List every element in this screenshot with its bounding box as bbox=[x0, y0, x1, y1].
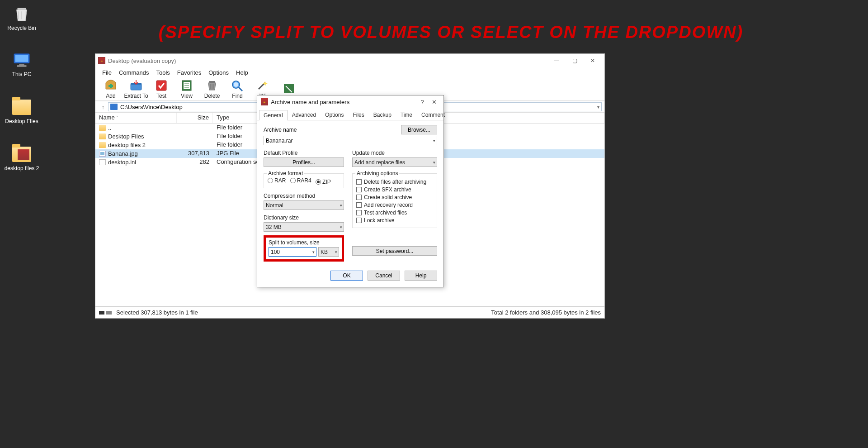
radio-rar4[interactable]: RAR4 bbox=[290, 177, 311, 184]
desktop-recycle-bin[interactable]: Recycle Bin bbox=[4, 5, 40, 31]
tab-options[interactable]: Options bbox=[321, 110, 348, 120]
file-name: desktop.ini bbox=[108, 159, 136, 166]
file-icon bbox=[99, 151, 106, 157]
tab-advanced[interactable]: Advanced bbox=[288, 110, 321, 120]
find-icon bbox=[230, 79, 245, 92]
folder-icon bbox=[12, 98, 31, 117]
file-size bbox=[177, 141, 213, 149]
default-profile-label: Default Profile bbox=[264, 150, 344, 156]
radio-icon bbox=[316, 179, 321, 185]
file-size bbox=[177, 124, 213, 132]
update-mode-combo[interactable]: Add and replace files▾ bbox=[352, 157, 437, 167]
chevron-down-icon: ▾ bbox=[312, 250, 315, 254]
update-mode-label: Update mode bbox=[352, 150, 437, 156]
dialog-close-button[interactable]: ✕ bbox=[428, 99, 440, 105]
desktop-folder-1[interactable]: Desktop FIles bbox=[4, 98, 40, 124]
titlebar[interactable]: ≡ Desktop (evaluation copy) — ▢ ✕ bbox=[95, 54, 604, 67]
window-title: Desktop (evaluation copy) bbox=[108, 57, 176, 64]
desktop-icon-label: desktop files 2 bbox=[4, 165, 40, 172]
folder-icon bbox=[12, 145, 31, 164]
menu-tools[interactable]: Tools bbox=[153, 69, 173, 76]
desktop-this-pc[interactable]: This PC bbox=[4, 51, 40, 77]
delete-icon bbox=[204, 79, 220, 92]
help-button[interactable]: Help bbox=[405, 271, 437, 281]
split-size-combo[interactable]: 100 ▾ bbox=[269, 247, 316, 257]
test-icon bbox=[154, 79, 169, 92]
menu-commands[interactable]: Commands bbox=[116, 69, 152, 76]
tab-time[interactable]: Time bbox=[396, 110, 417, 120]
close-button[interactable]: ✕ bbox=[584, 55, 602, 67]
tab-files[interactable]: Files bbox=[348, 110, 368, 120]
split-size-value: 100 bbox=[271, 249, 280, 255]
tool-delete[interactable]: Delete bbox=[199, 79, 225, 99]
status-selected: Selected 307,813 bytes in 1 file bbox=[116, 309, 491, 316]
file-size: 282 bbox=[177, 158, 213, 167]
chk-delete-after[interactable]: Delete files after archiving bbox=[356, 179, 433, 185]
status-icon bbox=[99, 311, 104, 315]
browse-button[interactable]: Browse... bbox=[401, 125, 437, 134]
split-unit-combo[interactable]: KB ▾ bbox=[318, 247, 339, 257]
menu-options[interactable]: Options bbox=[205, 69, 232, 76]
menu-favorites[interactable]: Favorites bbox=[174, 69, 204, 76]
chevron-down-icon: ▾ bbox=[340, 203, 342, 208]
cancel-button[interactable]: Cancel bbox=[368, 271, 400, 281]
chevron-down-icon: ▾ bbox=[433, 160, 435, 165]
menu-help[interactable]: Help bbox=[233, 69, 251, 76]
archive-name-value: Banana.rar bbox=[266, 138, 292, 144]
svg-rect-4 bbox=[17, 65, 27, 67]
archive-format-label: Archive format bbox=[267, 170, 304, 176]
chk-lock-archive[interactable]: Lock archive bbox=[356, 217, 433, 224]
checkbox-icon bbox=[356, 218, 362, 223]
chk-add-recovery[interactable]: Add recovery record bbox=[356, 202, 433, 208]
tool-extract-to[interactable]: Extract To bbox=[123, 79, 149, 99]
tool-add[interactable]: Add bbox=[98, 79, 123, 99]
menu-file[interactable]: File bbox=[99, 69, 115, 76]
file-icon bbox=[99, 133, 106, 139]
svg-rect-3 bbox=[19, 64, 24, 66]
desktop-icon-label: Desktop FIles bbox=[4, 118, 40, 124]
chk-test-archived[interactable]: Test archived files bbox=[356, 210, 433, 216]
compression-combo[interactable]: Normal▾ bbox=[264, 200, 344, 210]
desktop-icon-label: This PC bbox=[4, 71, 40, 77]
profiles-button[interactable]: Profiles... bbox=[264, 157, 344, 167]
chk-create-solid[interactable]: Create solid archive bbox=[356, 194, 433, 200]
dialog-tabs: General Advanced Options Files Backup Ti… bbox=[257, 108, 443, 120]
svg-rect-6 bbox=[108, 85, 113, 87]
tool-find[interactable]: Find bbox=[225, 79, 250, 99]
tool-test[interactable]: Test bbox=[149, 79, 174, 99]
tab-comment[interactable]: Comment bbox=[417, 110, 449, 120]
archiving-options-label: Archiving options bbox=[355, 170, 399, 176]
checkbox-icon bbox=[356, 210, 362, 215]
ok-button[interactable]: OK bbox=[330, 271, 363, 281]
radio-icon bbox=[290, 178, 296, 183]
radio-zip[interactable]: ZIP bbox=[316, 179, 331, 185]
path-text: C:\Users\Vince\Desktop bbox=[120, 104, 183, 110]
dictionary-combo[interactable]: 32 MB▾ bbox=[264, 222, 344, 232]
dialog-help-button[interactable]: ? bbox=[416, 99, 428, 105]
chk-create-sfx[interactable]: Create SFX archive bbox=[356, 186, 433, 193]
tool-extra[interactable] bbox=[280, 82, 298, 96]
extract-icon bbox=[128, 79, 144, 92]
maximize-button[interactable]: ▢ bbox=[566, 55, 584, 67]
checkbox-icon bbox=[356, 179, 362, 185]
tab-general[interactable]: General bbox=[259, 110, 288, 120]
compression-label: Compression method bbox=[264, 193, 344, 199]
tool-view[interactable]: View bbox=[174, 79, 199, 99]
minimize-button[interactable]: — bbox=[547, 55, 566, 67]
recycle-bin-icon bbox=[12, 5, 31, 24]
col-size-header[interactable]: Size bbox=[177, 113, 213, 123]
tab-backup[interactable]: Backup bbox=[369, 110, 396, 120]
radio-rar[interactable]: RAR bbox=[268, 177, 286, 184]
col-name-header[interactable]: Name ˄ bbox=[95, 113, 177, 123]
split-unit-value: KB bbox=[321, 249, 328, 255]
archive-name-combo[interactable]: Banana.rar ▾ bbox=[264, 136, 437, 145]
menubar: File Commands Tools Favorites Options He… bbox=[95, 67, 604, 77]
checkbox-icon bbox=[356, 202, 362, 208]
up-button[interactable]: ↑ bbox=[98, 104, 108, 110]
chevron-down-icon: ▾ bbox=[433, 138, 435, 143]
set-password-button[interactable]: Set password... bbox=[352, 246, 437, 256]
desktop-folder-2[interactable]: desktop files 2 bbox=[4, 145, 40, 172]
dialog-titlebar[interactable]: ≡ Archive name and parameters ? ✕ bbox=[257, 95, 443, 108]
svg-rect-15 bbox=[209, 81, 215, 83]
file-size bbox=[177, 132, 213, 141]
